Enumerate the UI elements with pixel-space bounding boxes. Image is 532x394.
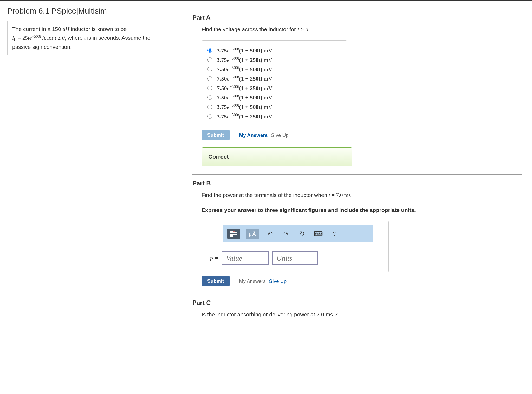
reset-icon[interactable]: ↻ [297, 229, 307, 239]
option-row[interactable]: 7.50e−500t(1 − 250t) mV [207, 75, 341, 82]
eq-exp: −500t [32, 34, 41, 38]
option-radio[interactable] [207, 48, 212, 53]
divider [192, 294, 522, 294]
part-b-give-up-link[interactable]: Give Up [269, 278, 287, 284]
option-row[interactable]: 7.50e−500t(1 + 250t) mV [207, 84, 341, 92]
right-panel: Part A Find the voltage across the induc… [182, 1, 532, 391]
help-icon[interactable]: ? [329, 229, 340, 239]
divider [192, 174, 522, 175]
pb-post: . [351, 192, 354, 198]
pb-eq: = 7.0 ms [330, 192, 351, 198]
svg-rect-0 [230, 231, 233, 233]
part-b-my-answers: My Answers [239, 278, 265, 284]
equation-label: p = [210, 255, 218, 262]
svg-rect-2 [233, 232, 237, 233]
part-b-instructions: Express your answer to three significant… [202, 206, 522, 214]
option-label: 7.50e−500t(1 + 250t) mV [217, 84, 272, 92]
eq-te: te [28, 35, 32, 41]
option-row[interactable]: 3.75e−500t(1 + 250t) mV [207, 56, 341, 63]
redo-icon[interactable]: ↷ [281, 229, 291, 239]
option-radio[interactable] [207, 105, 212, 109]
part-b-answer-box: μÅ ↶ ↷ ↻ ⌨ ? p = [202, 221, 389, 272]
eq-sub: L [14, 37, 17, 42]
part-b-title: Part B [192, 180, 522, 187]
part-c-title: Part C [192, 299, 522, 306]
desc-unit: μH [63, 26, 69, 32]
option-row[interactable]: 3.75e−500t(1 − 250t) mV [207, 113, 341, 120]
part-a-title: Part A [192, 14, 522, 21]
part-b-prompt: Find the power at the terminals of the i… [202, 191, 522, 199]
option-label: 7.50e−500t(1 − 500t) mV [217, 65, 272, 73]
desc-text2: inductor is known to be [69, 26, 127, 32]
part-a-feedback-correct: Correct [202, 147, 352, 166]
part-a-prompt: Find the voltage across the inductor for… [202, 25, 522, 34]
option-radio[interactable] [207, 95, 212, 100]
option-radio[interactable] [207, 67, 212, 71]
option-label: 7.50e−500t(1 − 250t) mV [217, 75, 272, 82]
option-radio[interactable] [207, 57, 212, 62]
value-input[interactable] [222, 251, 269, 265]
pa-math: t > 0 [297, 26, 308, 32]
svg-rect-4 [233, 234, 237, 235]
part-b-submit-button[interactable]: Submit [202, 276, 230, 286]
part-c-prompt: Is the inductor absorbing or delivering … [202, 310, 522, 319]
desc-text: The current in a 150 [12, 26, 63, 32]
option-radio[interactable] [207, 114, 212, 119]
option-row[interactable]: 3.75e−500t(1 − 500t) mV [207, 47, 341, 54]
left-panel: Problem 6.1 PSpice|Multisim The current … [0, 1, 182, 391]
units-input[interactable] [272, 251, 318, 265]
problem-description: The current in a 150 μH inductor is know… [7, 21, 174, 55]
problem-title: Problem 6.1 PSpice|Multisim [7, 6, 174, 15]
pb-pre: Find the power at the terminals of the i… [202, 192, 329, 198]
option-row[interactable]: 7.50e−500t(1 − 500t) mV [207, 65, 341, 73]
option-row[interactable]: 3.75e−500t(1 + 500t) mV [207, 103, 341, 110]
option-label: 3.75e−500t(1 + 250t) mV [217, 56, 272, 63]
part-a-give-up: Give Up [271, 132, 289, 138]
svg-rect-3 [230, 234, 233, 237]
equation-toolbar: μÅ ↶ ↷ ↻ ⌨ ? [223, 225, 373, 242]
eq-eq: = [17, 35, 22, 41]
eq-unitA: A for [41, 35, 55, 41]
option-radio[interactable] [207, 86, 212, 90]
option-radio[interactable] [207, 76, 212, 81]
desc-text3: , where [65, 35, 84, 41]
option-label: 3.75e−500t(1 + 500t) mV [217, 103, 272, 110]
option-label: 3.75e−500t(1 − 500t) mV [217, 47, 272, 54]
pa-pre: Find the voltage across the inductor for [202, 26, 297, 32]
pa-post: . [308, 26, 310, 32]
part-a-options: 3.75e−500t(1 − 500t) mV3.75e−500t(1 + 25… [202, 40, 347, 127]
svg-rect-1 [233, 231, 235, 232]
option-label: 7.50e−500t(1 + 500t) mV [217, 94, 272, 101]
undo-icon[interactable]: ↶ [265, 229, 275, 239]
units-icon[interactable]: μÅ [246, 229, 259, 239]
eq-cond: t ≥ 0 [55, 35, 65, 41]
option-label: 3.75e−500t(1 − 250t) mV [217, 113, 272, 120]
keyboard-icon[interactable]: ⌨ [313, 229, 323, 239]
part-a-my-answers-link[interactable]: My Answers [239, 132, 268, 138]
option-row[interactable]: 7.50e−500t(1 + 500t) mV [207, 94, 341, 101]
divider [192, 9, 522, 9]
part-a-submit-button[interactable]: Submit [202, 130, 230, 140]
templates-icon[interactable] [227, 229, 240, 239]
eq-coef: 25 [22, 35, 28, 41]
